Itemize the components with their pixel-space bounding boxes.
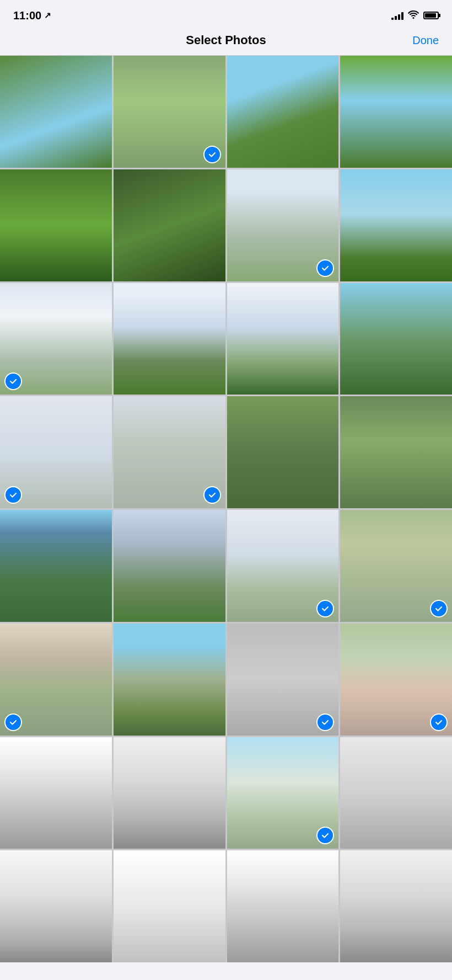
photo-cell[interactable] (114, 624, 225, 736)
photo-thumbnail (114, 624, 225, 736)
selected-check-badge (316, 827, 334, 844)
photo-thumbnail (227, 396, 339, 508)
selected-check-badge (316, 259, 334, 277)
photo-cell[interactable] (227, 169, 339, 281)
selected-check-badge (430, 713, 448, 731)
status-time: 11:00 ↗ (13, 9, 51, 22)
selected-check-badge (203, 146, 221, 163)
photo-thumbnail (340, 850, 452, 962)
done-button[interactable]: Done (412, 34, 439, 47)
photo-cell[interactable] (114, 283, 225, 395)
photo-thumbnail (340, 396, 452, 508)
photo-cell[interactable] (227, 510, 339, 622)
photo-cell[interactable] (340, 624, 452, 736)
selected-check-badge (4, 372, 22, 390)
photo-cell[interactable] (340, 169, 452, 281)
selected-check-badge (316, 600, 334, 617)
photo-cell[interactable] (340, 283, 452, 395)
photo-cell[interactable] (227, 624, 339, 736)
selected-check-badge (430, 600, 448, 617)
photo-thumbnail (114, 169, 225, 281)
photo-cell[interactable] (0, 283, 112, 395)
photo-cell[interactable] (0, 850, 112, 962)
selected-check-badge (4, 713, 22, 731)
photo-cell[interactable] (114, 850, 225, 962)
photo-thumbnail (0, 850, 112, 962)
photo-thumbnail (227, 850, 339, 962)
photo-cell[interactable] (227, 56, 339, 168)
photo-cell[interactable] (340, 396, 452, 508)
photo-thumbnail (0, 169, 112, 281)
photo-cell[interactable] (227, 737, 339, 849)
photo-cell[interactable] (114, 737, 225, 849)
photo-thumbnail (0, 510, 112, 622)
photo-cell[interactable] (0, 624, 112, 736)
location-icon: ↗ (44, 10, 51, 20)
photo-thumbnail (227, 283, 339, 395)
battery-icon (423, 12, 439, 19)
time-label: 11:00 (13, 9, 41, 22)
photo-cell[interactable] (227, 850, 339, 962)
wifi-icon (408, 10, 419, 21)
photo-thumbnail (340, 169, 452, 281)
photo-cell[interactable] (114, 56, 225, 168)
photo-thumbnail (340, 283, 452, 395)
selected-check-badge (316, 713, 334, 731)
photo-cell[interactable] (0, 396, 112, 508)
photo-grid (0, 56, 452, 962)
page-title: Select Photos (186, 33, 266, 47)
photo-cell[interactable] (0, 56, 112, 168)
photo-cell[interactable] (114, 169, 225, 281)
photo-cell[interactable] (114, 510, 225, 622)
selected-check-badge (4, 486, 22, 504)
photo-thumbnail (340, 56, 452, 168)
photo-thumbnail (227, 56, 339, 168)
nav-bar: Select Photos Done (0, 28, 452, 56)
photo-cell[interactable] (227, 283, 339, 395)
photo-thumbnail (114, 510, 225, 622)
photo-cell[interactable] (0, 169, 112, 281)
photo-cell[interactable] (340, 510, 452, 622)
photo-thumbnail (0, 737, 112, 849)
photo-thumbnail (114, 850, 225, 962)
status-bar: 11:00 ↗ (0, 0, 452, 28)
photo-cell[interactable] (340, 850, 452, 962)
photo-thumbnail (114, 283, 225, 395)
photo-cell[interactable] (114, 396, 225, 508)
photo-cell[interactable] (340, 737, 452, 849)
photo-thumbnail (114, 737, 225, 849)
photo-cell[interactable] (340, 56, 452, 168)
photo-cell[interactable] (227, 396, 339, 508)
photo-cell[interactable] (0, 510, 112, 622)
photo-cell[interactable] (0, 737, 112, 849)
photo-thumbnail (340, 737, 452, 849)
photo-thumbnail (0, 56, 112, 168)
selected-check-badge (203, 486, 221, 504)
status-icons (391, 10, 439, 21)
signal-icon (391, 11, 403, 20)
